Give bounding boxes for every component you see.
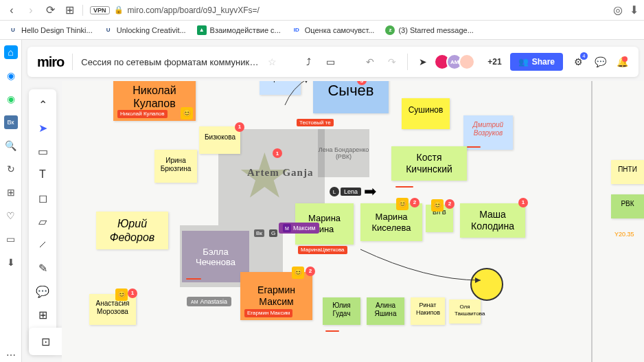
sidebar-whatsapp-icon[interactable]: ◉ [4, 92, 18, 106]
sticky-note[interactable]: Костя Кичинский [391, 146, 467, 181]
url-bar[interactable]: VPN 🔒 miro.com/app/board/o9J_kuyvXFs=/ [90, 5, 260, 15]
toolbox: ⌃ ➤ ▭ T ◻ ▱ ⟋ ✎ 💬 ⊞ ⋯ [29, 89, 56, 353]
os-sidebar: ⌂ ◉ ◉ Вк 🔍 ↻ ⊞ ♡ ▭ ⬇ ⋯ [0, 40, 22, 362]
board-title[interactable]: Сессия по сетевым форматам коммуника... [81, 57, 260, 67]
line-tool[interactable]: ⟋ [33, 235, 52, 254]
user-cursor: L Lena ➡ [330, 183, 376, 201]
sticky-note[interactable]: Лена Бондаренко (РВК) [318, 129, 369, 177]
lock-icon: 🔒 [114, 5, 124, 14]
sidebar-messenger-icon[interactable]: ◉ [4, 69, 18, 82]
sidebar-bookmarks-icon[interactable]: ⊞ [4, 185, 18, 199]
collapse-tool[interactable]: ⌃ [33, 95, 52, 114]
sticky-note[interactable]: Николай КулаповНиколай Кулапов😊 [113, 81, 196, 121]
connector-arrow[interactable] [357, 246, 494, 294]
presentation-icon[interactable]: ▭ [323, 55, 337, 69]
sticky-note[interactable]: Ирина Брюзгина [154, 150, 197, 183]
back-button[interactable]: ‹ [5, 4, 18, 16]
sticky-tool[interactable]: ◻ [33, 188, 52, 207]
user-cursor: MМаксим [279, 223, 319, 234]
user-cursor: АМAnastasia [187, 297, 231, 306]
collaborator-avatars[interactable]: АМ [438, 54, 475, 70]
sticky-note[interactable]: ПНТИ [611, 160, 644, 184]
url-text: miro.com/app/board/o9J_kuyvXFs=/ [128, 5, 260, 15]
sidebar-downloads-icon[interactable]: ⬇ [4, 256, 18, 269]
frame-tool[interactable]: ⊞ [33, 305, 52, 324]
frame-icon[interactable]: ⊡ [36, 332, 55, 351]
undo-icon[interactable]: ↶ [363, 55, 377, 69]
text-tool[interactable]: T [33, 165, 52, 184]
template-tool[interactable]: ▭ [33, 142, 52, 161]
bookmark-item[interactable]: ▲Взаимодействие с... [197, 25, 281, 35]
sticky-note[interactable]: Бизюкова1 [199, 126, 240, 154]
user-cursor: G [269, 229, 277, 237]
sidebar-search-icon[interactable]: 🔍 [4, 139, 18, 152]
miro-header: miro Сессия по сетевым форматам коммуник… [27, 47, 639, 77]
pen-tool[interactable]: ✎ [33, 258, 52, 278]
browser-nav-bar: ‹ › ⟳ ⊞ VPN 🔒 miro.com/app/board/o9J_kuy… [0, 0, 644, 21]
reload-button[interactable]: ⟳ [44, 4, 56, 16]
camera-icon[interactable]: ◎ [613, 3, 623, 16]
settings-icon[interactable]: ⚙4 [571, 55, 585, 69]
sidebar-history-icon[interactable]: ↻ [4, 162, 18, 176]
tag: Тестовый те [297, 119, 334, 126]
sticky-note[interactable]: Юлия Гудач [323, 297, 360, 325]
miro-logo[interactable]: miro [37, 54, 64, 70]
sticky-note[interactable]: Анастасия Морозова😊1 [89, 294, 136, 325]
comments-icon[interactable]: 💬 [593, 55, 607, 69]
sidebar-notes-icon[interactable]: ▭ [4, 232, 18, 246]
sticky-note[interactable]: РВК [611, 194, 644, 218]
more-users-count[interactable]: +21 [487, 57, 501, 67]
sidebar-vk-icon[interactable]: Вк [4, 115, 18, 129]
sticky-note[interactable]: Маша Колодина1 [460, 203, 525, 238]
forward-button[interactable]: › [25, 4, 37, 16]
miro-canvas[interactable]: Николай КулаповНиколай Кулапов😊 Черников… [62, 81, 644, 362]
select-tool[interactable]: ➤ [33, 118, 52, 137]
sticky-note[interactable]: Юрий Федоров [96, 212, 168, 249]
sidebar-more-icon[interactable]: ⋯ [4, 348, 18, 362]
star-icon[interactable]: ☆ [268, 56, 277, 67]
coord-label: Y20.35 [614, 231, 634, 238]
comment-tool[interactable]: 💬 [33, 282, 52, 301]
redo-icon[interactable]: ↷ [385, 55, 399, 69]
sticky-note[interactable]: Егармин Максим2😊Егармин Максим [240, 272, 312, 320]
download-icon[interactable]: ⬇ [630, 3, 639, 16]
svg-marker-1 [303, 81, 309, 83]
sticky-note[interactable]: Сычев😊 [313, 81, 389, 113]
frame-edge [591, 81, 593, 362]
svg-marker-0 [475, 278, 481, 283]
bookmark-item[interactable]: UUnlocking Creativit... [104, 25, 186, 35]
sidebar-home-icon[interactable]: ⌂ [4, 45, 18, 59]
notifications-icon[interactable]: 🔔 [615, 55, 629, 69]
shape-tool[interactable]: ▱ [33, 212, 52, 231]
vpn-badge: VPN [90, 6, 110, 14]
sticky-note[interactable]: Вл В😊2 [426, 205, 453, 232]
text-label[interactable]: Artem Ganja [247, 167, 313, 179]
sticky-note[interactable]: Дмитрий Возруков [463, 115, 513, 150]
bookmark-item[interactable]: z(3) Starred message... [385, 25, 473, 35]
cursor-icon[interactable]: ➤ [416, 55, 430, 69]
sticky-note[interactable]: Алина Яшина [367, 297, 404, 325]
bookmark-item[interactable]: IDОценка самочувст... [292, 25, 375, 35]
sticky-note[interactable]: Ринат Накипов [411, 297, 445, 325]
sticky-note[interactable]: Сушинов [402, 98, 450, 129]
share-button[interactable]: 👥 Share [510, 53, 563, 71]
connector-arrow[interactable] [281, 81, 316, 109]
user-cursor: Вк [254, 229, 264, 237]
export-icon[interactable]: ⤴ [301, 55, 315, 69]
bookmarks-bar: UHello Design Thinki... UUnlocking Creat… [0, 21, 644, 40]
extensions-button[interactable]: ⊞ [63, 4, 76, 16]
sticky-note[interactable]: Марина Киселева😊2 [360, 203, 422, 241]
sticky-note[interactable]: Оля Такшаитова [449, 299, 481, 324]
bookmark-item[interactable]: UHello Design Thinki... [8, 25, 93, 35]
sidebar-heart-icon[interactable]: ♡ [4, 209, 18, 223]
sticky-note[interactable]: Бэлла Чеченова 😊 [182, 231, 249, 282]
